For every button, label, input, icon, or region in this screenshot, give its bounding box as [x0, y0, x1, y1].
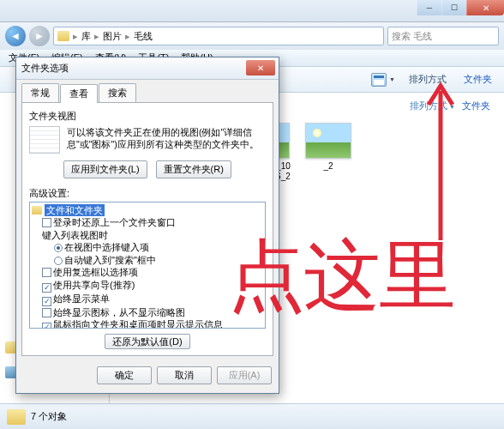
- window-titlebar: [0, 0, 504, 22]
- folder-view-icon: [29, 126, 60, 154]
- checkbox-icon[interactable]: [42, 218, 51, 227]
- ok-button[interactable]: 确定: [97, 366, 152, 384]
- dialog-titlebar[interactable]: 文件夹选项 ✕: [16, 57, 279, 80]
- reset-folders-button[interactable]: 重置文件夹(R): [156, 160, 231, 178]
- chevron-down-icon: ▼: [387, 76, 397, 82]
- dialog-title: 文件夹选项: [21, 62, 69, 75]
- item-count: 7 个对象: [31, 410, 67, 423]
- tab-search[interactable]: 搜索: [99, 83, 136, 102]
- forward-button[interactable]: ►: [29, 26, 50, 46]
- checkbox-icon[interactable]: ✓: [42, 323, 51, 329]
- folder-icon: [57, 31, 69, 41]
- search-input[interactable]: 搜索 毛线: [387, 27, 499, 45]
- checkbox-icon[interactable]: ✓: [42, 283, 51, 293]
- maximize-button[interactable]: [441, 0, 466, 15]
- breadcrumb-seg[interactable]: 毛线: [134, 30, 153, 43]
- folder-icon: [32, 206, 42, 214]
- close-button[interactable]: [466, 0, 504, 15]
- restore-defaults-button[interactable]: 还原为默认值(D): [105, 334, 189, 349]
- status-bar: 7 个对象: [0, 403, 504, 429]
- tab-view[interactable]: 查看: [60, 84, 98, 103]
- minimize-button[interactable]: [417, 0, 441, 15]
- file-item[interactable]: _2: [303, 123, 353, 191]
- breadcrumb-seg[interactable]: 库: [81, 30, 91, 43]
- advanced-label: 高级设置:: [29, 187, 266, 200]
- folder-view-section-title: 文件夹视图: [29, 110, 266, 123]
- checkbox-icon[interactable]: [42, 268, 51, 277]
- radio-icon[interactable]: [54, 257, 63, 265]
- sort-button[interactable]: 排列方式: [404, 70, 452, 88]
- folder-options-dialog: 文件夹选项 ✕ 常规 查看 搜索 文件夹视图 可以将该文件夹正在使用的视图(例如…: [15, 57, 279, 394]
- folders-link[interactable]: 文件夹: [459, 70, 497, 88]
- apply-button[interactable]: 应用(A): [217, 366, 272, 384]
- dialog-close-button[interactable]: ✕: [246, 60, 275, 76]
- radio-icon[interactable]: [54, 244, 63, 252]
- cancel-button[interactable]: 取消: [157, 366, 212, 384]
- breadcrumb-bar[interactable]: ▸ 库 ▸ 图片 ▸ 毛线: [53, 27, 384, 45]
- breadcrumb-seg[interactable]: 图片: [103, 30, 122, 43]
- advanced-settings-tree[interactable]: 文件和文件夹 登录时还原上一个文件夹窗口 键入列表视图时 在视图中选择键入项 自…: [29, 202, 266, 329]
- checkbox-icon[interactable]: [42, 308, 51, 317]
- arrange-by[interactable]: 排列方式: [410, 100, 455, 112]
- folder-view-desc: 可以将该文件夹正在使用的视图(例如"详细信息"或"图标")应用到所有这种类型的文…: [67, 126, 266, 154]
- checkbox-icon[interactable]: ✓: [42, 297, 51, 306]
- tree-root[interactable]: 文件和文件夹: [45, 204, 105, 216]
- view-mode-button[interactable]: ▼: [371, 73, 397, 87]
- folders-link[interactable]: 文件夹: [462, 100, 490, 112]
- address-toolbar: ◄ ► ▸ 库 ▸ 图片 ▸ 毛线 搜索 毛线: [0, 22, 504, 50]
- folder-icon: [7, 409, 26, 425]
- view-mode-icon: [371, 73, 387, 87]
- back-button[interactable]: ◄: [5, 26, 26, 46]
- tab-general[interactable]: 常规: [21, 83, 59, 102]
- apply-to-folders-button[interactable]: 应用到文件夹(L): [63, 160, 147, 178]
- image-thumbnail-icon: [305, 123, 351, 159]
